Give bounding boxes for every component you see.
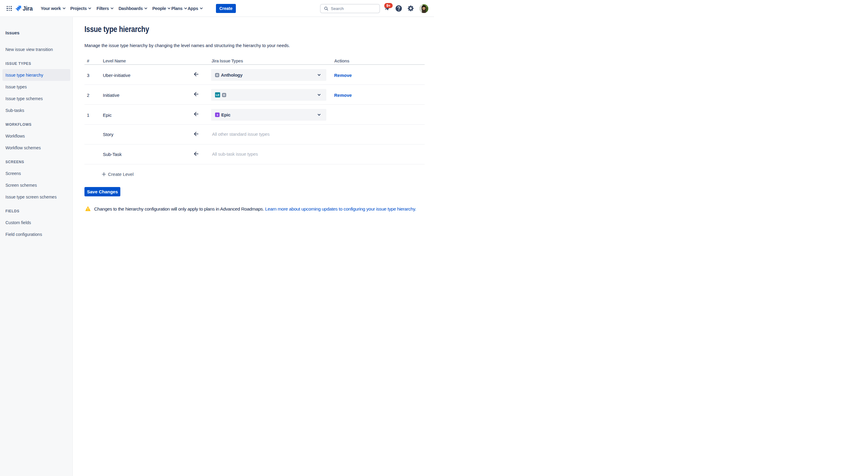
help-button[interactable] [395,0,402,17]
sidebar-item-workflows[interactable]: Workflows [0,130,72,142]
chevron-down-icon [318,74,320,76]
settings-button[interactable] [407,0,414,17]
left-arrow-icon [194,92,198,96]
chevron-down-icon [111,7,114,9]
avatar-image [420,4,428,13]
sidebar-section-workflows: WORKFLOWS [0,122,72,128]
level-name: Uber-initiative [103,73,181,78]
jira-logo-icon [15,5,22,12]
left-arrow-icon [194,72,198,76]
issue-types-dropdown[interactable]: Anthology [211,69,326,81]
row-level-number: 2 [85,93,103,98]
issue-types-placeholder: All sub-task issue types [210,151,332,156]
user-avatar[interactable] [420,0,428,17]
sidebar-item-workflow-schemes[interactable]: Workflow schemes [0,142,72,153]
level-name: Initiative [103,93,181,98]
nav-people[interactable]: People [152,0,170,17]
sidebar-section-screens: SCREENS [0,159,72,165]
warning-message: Changes to the hierarchy configuration w… [85,206,425,212]
column-header-level-name: Level Name [103,58,181,63]
jira-logo-text: Jira [23,5,33,12]
notification-badge: 9+ [384,3,393,8]
level-name: Sub-Task [103,152,181,157]
table-row: Story All other standard issue types [85,125,425,145]
search-input[interactable] [331,6,373,11]
chevron-down-icon [184,7,187,9]
row-level-number: 3 [85,73,103,78]
warning-icon [85,206,91,211]
sidebar-item-issue-types[interactable]: Issue types [0,81,72,93]
chevron-down-icon [168,7,170,9]
search-box[interactable] [320,4,380,13]
sidebar-item-screens[interactable]: Screens [0,168,72,179]
sidebar-item-issue-type-schemes[interactable]: Issue type schemes [0,93,72,105]
nav-plans[interactable]: Plans [171,0,187,17]
help-icon [395,5,402,12]
chevron-down-icon [318,114,320,116]
table-header-row: # Level Name Jira Issue Types Actions [85,56,425,65]
epic-issue-type-icon [215,113,220,117]
remove-link[interactable]: Remove [332,93,352,98]
level-name: Story [103,132,181,137]
anthology-issue-type-icon [215,73,219,77]
table-row: Sub-Task All sub-task issue types [85,145,425,165]
warning-learn-more-link[interactable]: Learn more about upcoming updates to con… [265,206,416,211]
create-level-button[interactable]: Create Level [102,172,425,177]
chevron-down-icon [318,94,320,96]
search-icon [324,6,329,11]
top-navigation-bar: Jira Your work Projects Filters Dashboar… [0,0,434,17]
warning-text: Changes to the hierarchy configuration w… [94,206,264,211]
column-header-actions: Actions [332,58,425,63]
plus-icon [102,172,106,176]
issue-types-dropdown[interactable]: LE [211,89,326,101]
issue-types-dropdown[interactable]: Epic [211,109,326,121]
save-changes-button[interactable]: Save Changes [85,187,120,197]
level-name: Epic [103,113,181,118]
chevron-down-icon [63,7,65,9]
sidebar-item-issue-type-hierarchy[interactable]: Issue type hierarchy [2,69,70,81]
nav-filters[interactable]: Filters [96,0,114,17]
left-arrow-icon [194,152,198,156]
sidebar-item-screen-schemes[interactable]: Screen schemes [0,179,72,191]
page-title: Issue type hierarchy [85,25,370,34]
settings-sidebar: Issues New issue view transition ISSUE T… [0,17,73,238]
hierarchy-table: # Level Name Jira Issue Types Actions 3 … [85,56,425,165]
nav-apps[interactable]: Apps [188,0,203,17]
sidebar-item-custom-fields[interactable]: Custom fields [0,216,72,228]
nav-dashboards[interactable]: Dashboards [119,0,147,17]
jira-logo[interactable]: Jira [15,0,33,17]
left-arrow-icon [194,112,198,116]
row-level-number: 1 [85,113,103,118]
column-header-jira-issue-types: Jira Issue Types [210,58,332,63]
chevron-down-icon [88,7,91,9]
table-row: 2 Initiative LE Remove [85,85,425,105]
create-button[interactable]: Create [216,4,236,13]
column-header-number: # [85,58,103,63]
gear-icon [407,5,414,12]
table-row: 1 Epic Epic [85,105,425,125]
initiative-issue-type-badge: LE [215,92,220,97]
issue-type-icon [222,93,226,97]
issue-types-placeholder: All other standard issue types [210,131,332,137]
sidebar-heading: Issues [0,27,72,39]
app-switcher-icon[interactable] [7,6,12,11]
main-content: Issue type hierarchy Manage the issue ty… [73,17,434,212]
dropdown-value: Anthology [221,72,243,78]
sidebar-item-issue-type-screen-schemes[interactable]: Issue type screen schemes [0,191,72,203]
chevron-down-icon [145,7,147,9]
nav-projects[interactable]: Projects [70,0,91,17]
remove-link[interactable]: Remove [332,73,352,78]
sidebar-section-issue-types: ISSUE TYPES [0,61,72,67]
sidebar-section-fields: FIELDS [0,208,72,214]
table-row: 3 Uber-initiative Anthology Remove [85,65,425,85]
dropdown-value: Epic [221,112,230,117]
chevron-down-icon [200,7,203,9]
sidebar-item-new-issue-view-transition[interactable]: New issue view transition [0,43,72,55]
left-arrow-icon [194,132,198,136]
sidebar-item-sub-tasks[interactable]: Sub-tasks [0,105,72,116]
page-description: Manage the issue type hierarchy by chang… [85,43,425,48]
sidebar-item-field-configurations[interactable]: Field configurations [0,228,72,238]
nav-your-work[interactable]: Your work [41,0,65,17]
